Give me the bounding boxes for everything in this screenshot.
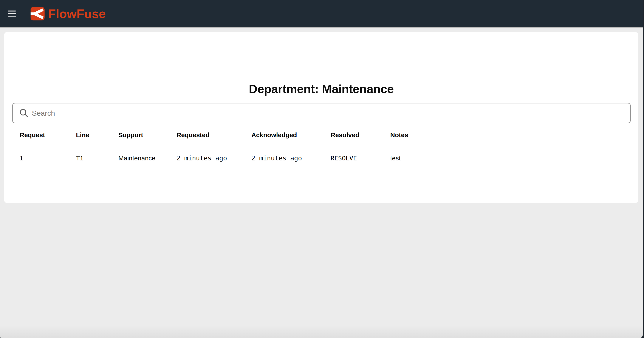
column-header-notes: Notes	[383, 123, 631, 147]
cell-acknowledged: 2 minutes ago	[244, 147, 323, 169]
app-header: FlowFuse	[0, 0, 643, 27]
hamburger-icon	[8, 10, 16, 16]
brand: FlowFuse	[30, 6, 106, 21]
cell-resolved: RESOLVE	[323, 147, 383, 169]
cell-request: 1	[12, 147, 69, 169]
table-row: 1 T1 Maintenance 2 minutes ago 2 minutes…	[12, 147, 631, 169]
cell-notes: test	[383, 147, 631, 169]
cell-requested: 2 minutes ago	[169, 147, 244, 169]
page-title: Department: Maintenance	[4, 82, 638, 96]
column-header-acknowledged: Acknowledged	[244, 123, 323, 147]
search-icon	[19, 108, 29, 118]
column-header-requested: Requested	[169, 123, 244, 147]
column-header-resolved: Resolved	[323, 123, 383, 147]
cell-line: T1	[69, 147, 111, 169]
brand-name: FlowFuse	[48, 6, 106, 21]
search-input[interactable]	[29, 103, 630, 123]
column-header-support: Support	[111, 123, 169, 147]
column-header-request: Request	[12, 123, 69, 147]
browser-viewport: FlowFuse Department: Maintenance	[0, 0, 643, 338]
flowfuse-logo-icon	[30, 7, 44, 20]
requests-table: Request Line Support Requested Acknowled…	[12, 123, 631, 169]
content-card: Department: Maintenance Request	[4, 32, 638, 203]
cell-support: Maintenance	[111, 147, 169, 169]
table-header-row: Request Line Support Requested Acknowled…	[12, 123, 631, 147]
column-header-line: Line	[69, 123, 111, 147]
search-box[interactable]	[12, 103, 631, 123]
menu-button[interactable]	[8, 10, 16, 16]
resolve-link[interactable]: RESOLVE	[330, 155, 357, 162]
